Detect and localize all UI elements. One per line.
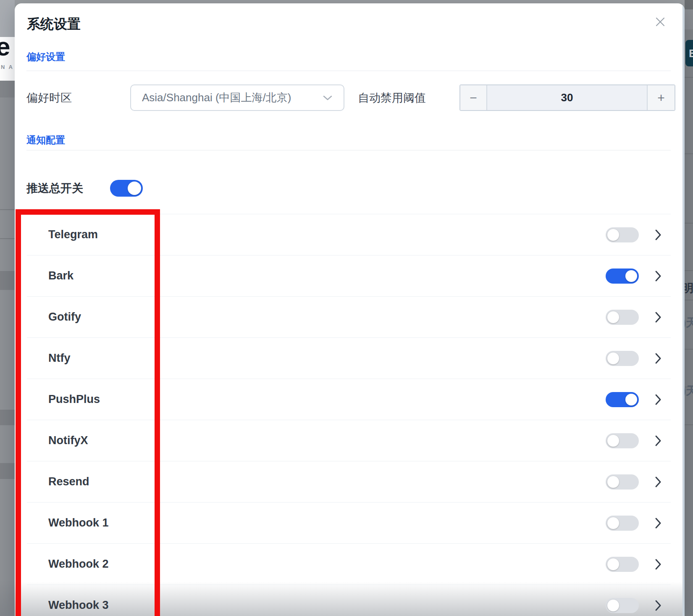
chevron-right-icon[interactable] (654, 558, 662, 571)
background-row-line (685, 424, 693, 425)
channel-name: Bark (48, 269, 74, 282)
background-text-fragment: 明 (685, 281, 693, 295)
stepper-plus-button[interactable]: + (647, 85, 675, 110)
chevron-right-icon[interactable] (654, 434, 662, 447)
background-row-line (685, 77, 693, 78)
channel-toggle[interactable] (606, 516, 639, 531)
chevron-right-icon[interactable] (654, 476, 662, 488)
channel-row: NotifyX (27, 420, 671, 461)
channel-toggle[interactable] (606, 433, 639, 448)
threshold-value[interactable]: 30 (487, 85, 647, 110)
background-topbar-fragment (685, 0, 693, 9)
system-settings-modal: 系统设置 偏好设置 偏好时区 Asia/Shanghai (中国上海/北京) 自… (15, 3, 685, 616)
toggle-knob (607, 517, 619, 529)
channel-toggle[interactable] (606, 392, 639, 407)
timezone-label: 偏好时区 (26, 84, 72, 111)
background-row-block (0, 410, 15, 425)
channel-name: Webhook 1 (48, 516, 109, 529)
chevron-right-icon[interactable] (654, 352, 662, 365)
toggle-knob (128, 182, 141, 195)
section-header-notifications: 通知配置 (26, 134, 65, 147)
toggle-knob (607, 353, 619, 364)
channel-toggle[interactable] (606, 351, 639, 366)
channel-name: PushPlus (48, 393, 100, 406)
timezone-selected-value: Asia/Shanghai (中国上海/北京) (142, 90, 291, 105)
channel-row: Ntfy (27, 338, 671, 379)
master-switch-row: 推送总开关 (26, 180, 143, 197)
background-row-block (0, 463, 15, 479)
background-row-line (685, 153, 693, 154)
background-badge-fragment: E (685, 40, 693, 66)
channel-row: Resend (27, 461, 671, 503)
channel-row: PushPlus (27, 379, 671, 420)
channel-row: Webhook 1 (27, 503, 671, 544)
channel-toggle[interactable] (606, 227, 639, 242)
stepper-minus-button[interactable]: − (460, 85, 487, 110)
preferences-row: 偏好时区 Asia/Shanghai (中国上海/北京) 自动禁用阈值 − 30… (15, 84, 685, 111)
toggle-knob (607, 558, 619, 570)
background-row-block (0, 271, 15, 290)
notification-channel-list: Telegram Bark Gotify (27, 214, 671, 616)
toggle-knob (607, 311, 619, 323)
chevron-right-icon[interactable] (654, 517, 662, 529)
toggle-knob (607, 600, 619, 611)
channel-toggle[interactable] (606, 269, 639, 284)
channel-row: Bark (27, 255, 671, 297)
channel-name: NotifyX (48, 434, 88, 447)
chevron-right-icon[interactable] (654, 599, 662, 612)
background-row-line (0, 238, 15, 239)
channel-toggle[interactable] (606, 474, 639, 490)
channel-row: Webhook 3 (27, 585, 671, 616)
close-icon[interactable] (653, 14, 668, 29)
section-divider (26, 150, 671, 150)
timezone-select[interactable]: Asia/Shanghai (中国上海/北京) (130, 84, 344, 111)
background-button-fragment (685, 10, 693, 29)
channel-row: Telegram (27, 214, 671, 255)
toggle-knob (607, 435, 619, 447)
chevron-right-icon[interactable] (654, 229, 662, 241)
background-row-line (685, 270, 693, 271)
threshold-label: 自动禁用阈值 (358, 84, 426, 111)
chevron-down-icon (323, 95, 333, 101)
background-row-line (0, 209, 15, 210)
background-row-line (685, 349, 693, 350)
toggle-knob (607, 476, 619, 488)
modal-scrollbar[interactable] (682, 3, 685, 616)
channel-toggle[interactable] (606, 598, 639, 613)
chevron-right-icon[interactable] (654, 393, 662, 406)
channel-name: Webhook 2 (48, 558, 109, 571)
chevron-right-icon[interactable] (654, 311, 662, 324)
channel-name: Resend (48, 475, 89, 488)
section-header-preferences: 偏好设置 (26, 50, 65, 63)
channel-toggle[interactable] (606, 310, 639, 325)
chevron-right-icon[interactable] (654, 270, 662, 282)
badge-letter-fragment: E (689, 47, 693, 60)
modal-title: 系统设置 (27, 15, 81, 34)
background-right-strip: E 明 )天 )天 (685, 0, 693, 616)
channel-row: Webhook 2 (27, 544, 671, 585)
channel-toggle[interactable] (606, 557, 639, 572)
background-topbar-fragment (0, 0, 15, 37)
section-divider (26, 71, 671, 71)
background-table-header-fragment (0, 81, 15, 97)
threshold-stepper: − 30 + (459, 84, 675, 111)
background-text-fragment: )天 (685, 315, 693, 329)
channel-name: Webhook 3 (48, 599, 109, 612)
background-left-strip: e N A (0, 0, 15, 616)
channel-name: Gotify (48, 311, 81, 324)
logo-fragment: e (0, 34, 10, 60)
background-text-fragment: )天 (685, 383, 693, 398)
channel-name: Telegram (48, 228, 98, 241)
master-switch-toggle[interactable] (110, 180, 143, 197)
toggle-knob (607, 229, 619, 241)
toggle-knob (625, 394, 637, 405)
channel-name: Ntfy (48, 352, 71, 365)
master-switch-label: 推送总开关 (26, 181, 83, 196)
toggle-knob (625, 270, 637, 282)
channel-row: Gotify (27, 297, 671, 338)
background-row-line (685, 300, 693, 300)
background-row-line (685, 223, 693, 224)
nav-text-fragment: N A (1, 64, 14, 70)
